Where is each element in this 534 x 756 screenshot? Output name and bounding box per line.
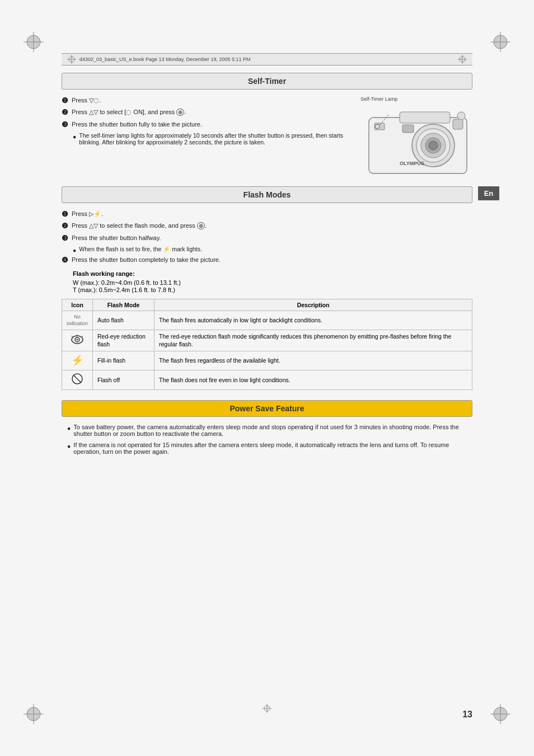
- flash-step-3: ❸ Press the shutter button halfway.: [62, 234, 472, 242]
- page-number: 13: [462, 710, 472, 720]
- corner-mark-bl: [22, 703, 45, 725]
- header-text: d4302_03_basic_US_e.book Page 13 Monday,…: [79, 57, 251, 62]
- self-timer-section: Self-Timer ❶ Press ▽◌. ❷ Press △▽ to sel…: [62, 73, 472, 176]
- camera-label: Self-Timer Lamp: [360, 96, 472, 102]
- corner-mark-tl: [22, 31, 45, 53]
- row1-mode: Auto flash: [93, 311, 154, 330]
- working-range-label: Flash working range:: [73, 270, 135, 277]
- table-header-desc: Description: [154, 299, 472, 311]
- svg-line-35: [72, 336, 73, 337]
- svg-text:OLYMPUS: OLYMPUS: [400, 161, 424, 166]
- table-header-mode: Flash Mode: [93, 299, 154, 311]
- row4-mode: Flash off: [93, 370, 154, 390]
- svg-point-21: [375, 124, 380, 129]
- row2-mode: Red-eye reduction flash: [93, 330, 154, 351]
- row4-icon: [62, 370, 93, 390]
- row2-desc: The red-eye reduction flash mode signifi…: [154, 330, 472, 351]
- table-row: Red-eye reduction flash The red-eye redu…: [62, 330, 472, 351]
- header-bar: d4302_03_basic_US_e.book Page 13 Monday,…: [62, 53, 472, 65]
- self-timer-bullet: ● The self-timer lamp lights for approxi…: [73, 132, 349, 145]
- svg-point-34: [77, 339, 78, 340]
- working-range-t: T (max.): 0.5m~2.4m (1.6 ft. to 7.8 ft.): [73, 287, 472, 293]
- en-badge: En: [478, 186, 499, 200]
- svg-point-31: [457, 112, 465, 120]
- row1-icon: Noindication: [62, 311, 93, 330]
- step-2: ❷ Press △▽ to select [◌ ON], and press ⊕…: [62, 108, 349, 116]
- camera-diagram: Self-Timer Lamp: [360, 96, 472, 176]
- row4-desc: The flash does not fire even in low ligh…: [154, 370, 472, 390]
- svg-rect-29: [402, 125, 414, 133]
- flash-modes-section: En Flash Modes ❶ Press ▷⚡. ❷ Press △▽ to…: [62, 186, 472, 390]
- step-1: ❶ Press ▽◌.: [62, 96, 349, 105]
- corner-mark-br: [489, 703, 512, 725]
- power-save-bullet-2: ● If the camera is not operated for 15 m…: [67, 442, 472, 455]
- page: d4302_03_basic_US_e.book Page 13 Monday,…: [0, 0, 534, 756]
- table-row: Flash off The flash does not fire even i…: [62, 370, 472, 390]
- power-save-section: Power Save Feature ● To save battery pow…: [62, 400, 472, 455]
- row3-icon: ⚡: [62, 351, 93, 370]
- power-save-bullet-1: ● To save battery power, the camera auto…: [67, 424, 472, 437]
- svg-point-27: [429, 141, 438, 150]
- main-content: Self-Timer ❶ Press ▽◌. ❷ Press △▽ to sel…: [62, 73, 472, 700]
- flash-step-1: ❶ Press ▷⚡.: [62, 210, 472, 218]
- row3-mode: Fill-in flash: [93, 351, 154, 370]
- row1-desc: The flash fires automatically in low lig…: [154, 311, 472, 330]
- row2-icon: [62, 330, 93, 351]
- step-3: ❸ Press the shutter button fully to take…: [62, 120, 349, 129]
- svg-line-39: [73, 375, 81, 383]
- self-timer-header: Self-Timer: [62, 73, 472, 90]
- flash-bullet-1: ● When the flash is set to fire, the ⚡ m…: [73, 246, 472, 253]
- table-row: ⚡ Fill-in flash The flash fires regardle…: [62, 351, 472, 370]
- bottom-center-crosshair: [263, 704, 271, 715]
- table-row: Noindication Auto flash The flash fires …: [62, 311, 472, 330]
- svg-line-37: [82, 336, 83, 337]
- flash-modes-header: Flash Modes: [62, 186, 472, 203]
- corner-mark-tr: [489, 31, 512, 53]
- flash-step-4: ❹ Press the shutter button completely to…: [62, 256, 472, 264]
- row3-desc: The flash fires regardless of the availa…: [154, 351, 472, 370]
- svg-rect-19: [400, 112, 450, 123]
- power-save-header: Power Save Feature: [62, 400, 472, 417]
- table-header-icon: Icon: [62, 299, 93, 311]
- flash-step-2: ❷ Press △▽ to select the flash mode, and…: [62, 222, 472, 230]
- self-timer-steps: ❶ Press ▽◌. ❷ Press △▽ to select [◌ ON],…: [62, 96, 360, 176]
- flash-table: Icon Flash Mode Description Noindication…: [62, 299, 472, 390]
- working-range-w: W (max.): 0.2m~4.0m (0.6 ft. to 13.1 ft.…: [73, 279, 472, 286]
- svg-rect-30: [453, 119, 463, 129]
